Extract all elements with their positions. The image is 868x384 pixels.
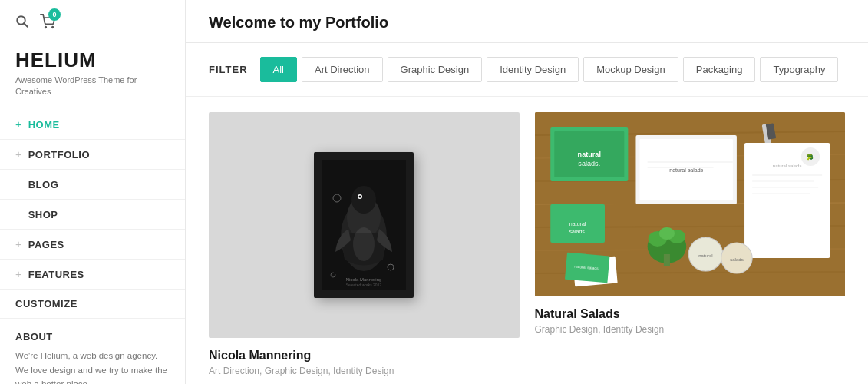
svg-rect-50 xyxy=(663,254,669,266)
svg-text:Nicola Mannering: Nicola Mannering xyxy=(346,277,382,282)
svg-point-7 xyxy=(351,186,376,214)
plus-icon-features: + xyxy=(15,268,22,280)
portfolio-info-natural-salads: Natural Salads Graphic Design, Identity … xyxy=(535,296,846,338)
filter-btn-all[interactable]: All xyxy=(260,57,297,82)
filter-bar: FILTER All Art Direction Graphic Design … xyxy=(186,43,868,97)
sidebar-item-portfolio[interactable]: + PORTFOLIO xyxy=(0,140,185,170)
svg-point-9 xyxy=(359,196,361,198)
portfolio-tags-natural-salads: Graphic Design, Identity Design xyxy=(535,324,846,335)
svg-text:natural: natural xyxy=(698,253,713,258)
portfolio-info-nicola: Nicola Mannering Art Direction, Graphic … xyxy=(209,338,520,379)
sidebar-item-portfolio-label: PORTFOLIO xyxy=(28,149,90,161)
portfolio-card-nicola[interactable]: Nicola Mannering Selected works 2017 Nic… xyxy=(209,112,520,338)
svg-text:Selected works 2017: Selected works 2017 xyxy=(346,283,382,287)
book-mockup: Nicola Mannering Selected works 2017 xyxy=(314,152,414,298)
page-title: Welcome to my Portfolio xyxy=(209,14,845,31)
svg-text:🥦: 🥦 xyxy=(807,154,814,161)
svg-text:natural: natural xyxy=(577,151,600,158)
portfolio-grid: Nicola Mannering Selected works 2017 Nic… xyxy=(186,97,868,353)
svg-text:natural salads: natural salads xyxy=(772,164,801,168)
cart-icon[interactable]: 0 xyxy=(40,14,55,33)
filter-btn-typography[interactable]: Typography xyxy=(760,57,838,82)
sidebar-item-customize[interactable]: CUSTOMIZE xyxy=(0,290,185,319)
cart-badge: 0 xyxy=(48,8,61,21)
plus-icon-home: + xyxy=(15,118,22,131)
sidebar-item-features-label: FEATURES xyxy=(28,269,84,280)
brand-tagline: Awesome WordPress Theme for Creatives xyxy=(15,74,170,98)
sidebar-item-shop-label: SHOP xyxy=(28,209,58,220)
filter-btn-mockup-design[interactable]: Mockup Design xyxy=(583,57,678,82)
sidebar-item-pages-label: PAGES xyxy=(28,239,64,250)
about-text: We're Helium, a web design agency. We lo… xyxy=(15,349,170,384)
sidebar-item-home-label: HOME xyxy=(28,119,60,131)
filter-btn-graphic-design[interactable]: Graphic Design xyxy=(388,57,483,82)
svg-point-10 xyxy=(353,227,375,261)
portfolio-image-nicola: Nicola Mannering Selected works 2017 xyxy=(209,112,520,338)
main-header: Welcome to my Portfolio xyxy=(186,0,868,43)
nav-menu: + HOME + PORTFOLIO + BLOG + SHOP + PAGES… xyxy=(0,110,185,319)
portfolio-title-natural-salads: Natural Salads xyxy=(535,307,846,321)
svg-text:salads.: salads. xyxy=(578,160,600,167)
svg-point-2 xyxy=(45,27,47,28)
plus-icon-portfolio: + xyxy=(15,148,22,161)
sidebar-item-pages[interactable]: + PAGES xyxy=(0,230,185,260)
svg-text:salads: salads xyxy=(730,257,743,262)
svg-point-49 xyxy=(658,227,674,240)
brand-section: HELIUM Awesome WordPress Theme for Creat… xyxy=(0,41,185,102)
filter-btn-identity-design[interactable]: Identity Design xyxy=(487,57,579,82)
sidebar-item-features[interactable]: + FEATURES xyxy=(0,260,185,290)
customize-label: CUSTOMIZE xyxy=(15,298,78,310)
filter-label: FILTER xyxy=(209,64,248,75)
svg-text:salads.: salads. xyxy=(569,229,586,234)
sidebar-item-shop[interactable]: + SHOP xyxy=(0,200,185,230)
portfolio-tags-nicola: Art Direction, Graphic Design, Identity … xyxy=(209,366,520,376)
svg-point-3 xyxy=(52,27,54,28)
sidebar-top-bar: 0 xyxy=(0,0,185,41)
brand-name[interactable]: HELIUM xyxy=(15,49,170,71)
about-section: ABOUT We're Helium, a web design agency.… xyxy=(0,319,185,384)
filter-btn-packaging[interactable]: Packaging xyxy=(683,57,756,82)
about-title: ABOUT xyxy=(15,331,170,343)
sidebar-icons: 0 xyxy=(15,14,55,33)
svg-text:natural: natural xyxy=(569,221,586,227)
sidebar-item-home[interactable]: + HOME xyxy=(0,110,185,140)
sidebar: 0 HELIUM Awesome WordPress Theme for Cre… xyxy=(0,0,186,384)
plus-icon-pages: + xyxy=(15,238,22,250)
main-content: Welcome to my Portfolio FILTER All Art D… xyxy=(186,0,868,384)
portfolio-title-nicola: Nicola Mannering xyxy=(209,349,520,362)
portfolio-card-natural-salads[interactable]: natural salads. natural salads natural s… xyxy=(535,112,846,338)
filter-btn-art-direction[interactable]: Art Direction xyxy=(302,57,383,82)
sidebar-item-blog-label: BLOG xyxy=(28,179,59,190)
portfolio-image-natural-salads: natural salads. natural salads natural s… xyxy=(535,112,846,296)
svg-text:natural salads: natural salads xyxy=(669,167,703,173)
svg-line-1 xyxy=(24,23,28,27)
search-icon[interactable] xyxy=(15,15,29,32)
sidebar-item-blog[interactable]: + BLOG xyxy=(0,170,185,200)
